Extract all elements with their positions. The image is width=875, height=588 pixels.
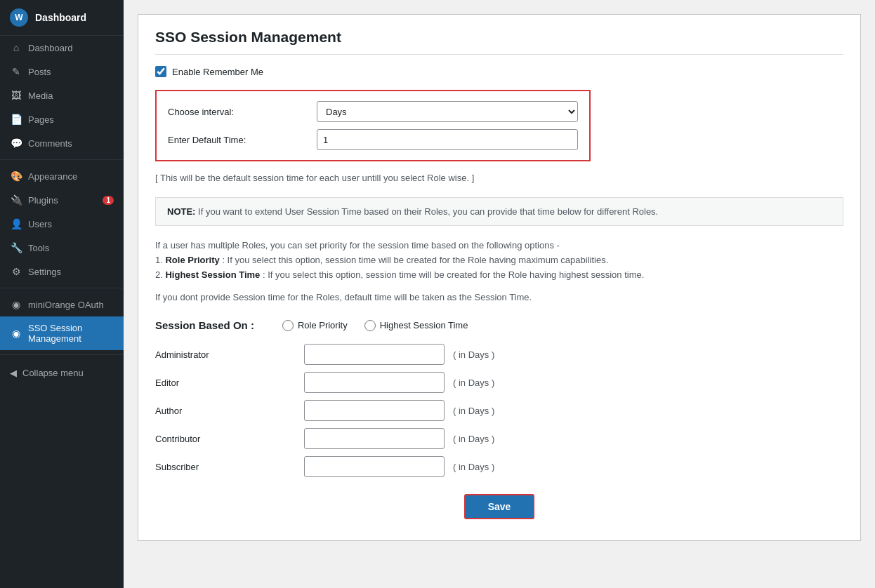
collapse-icon: ◀ — [10, 368, 17, 378]
default-time-label: Enter Default Time: — [168, 135, 308, 145]
content-card: SSO Session Management Enable Remember M… — [138, 14, 861, 541]
author-row: Author ( in Days ) — [155, 400, 843, 421]
sidebar-item-label: Posts — [28, 67, 114, 77]
role-priority-option[interactable]: Role Priority — [282, 320, 348, 331]
sidebar-item-label: Settings — [28, 267, 114, 277]
editor-input[interactable] — [304, 372, 445, 393]
desc-line1: If a user has multiple Roles, you can se… — [155, 239, 843, 253]
sidebar-item-settings[interactable]: ⚙ Settings — [0, 260, 124, 283]
highest-session-radio[interactable] — [364, 320, 376, 331]
sidebar-item-sso-session[interactable]: ◉ SSO Session Management — [0, 316, 124, 350]
subscriber-input[interactable] — [304, 456, 445, 477]
description-block: If a user has multiple Roles, you can se… — [155, 239, 843, 282]
sidebar-item-appearance[interactable]: 🎨 Appearance — [0, 164, 124, 188]
save-button[interactable]: Save — [464, 494, 535, 519]
author-unit: ( in Days ) — [453, 406, 494, 416]
collapse-menu-button[interactable]: ◀ Collapse menu — [0, 359, 124, 387]
sidebar-item-comments[interactable]: 💬 Comments — [0, 131, 124, 155]
sidebar-item-pages[interactable]: 📄 Pages — [0, 107, 124, 131]
desc-line2-prefix: 1. — [155, 255, 165, 265]
sso-icon: ◉ — [10, 328, 22, 339]
default-time-field-row: Enter Default Time: — [168, 129, 578, 150]
desc-line2-bold: Role Priority — [165, 255, 219, 265]
sidebar-item-miniorange[interactable]: ◉ miniOrange OAuth — [0, 293, 124, 316]
enable-remember-me-label: Enable Remember Me — [172, 67, 263, 77]
session-radio-group: Role Priority Highest Session Time — [282, 320, 468, 331]
highest-session-label: Highest Session Time — [380, 320, 468, 330]
sidebar: W Dashboard ⌂ Dashboard ✎ Posts 🖼 Media … — [0, 0, 124, 588]
posts-icon: ✎ — [10, 66, 22, 77]
info-text: [ This will be the default session time … — [155, 173, 843, 183]
appearance-icon: 🎨 — [10, 171, 22, 182]
contributor-label: Contributor — [155, 434, 296, 444]
editor-unit: ( in Days ) — [453, 377, 494, 388]
subscriber-label: Subscriber — [155, 462, 296, 472]
default-time-input[interactable] — [317, 129, 578, 150]
users-icon: 👤 — [10, 218, 22, 229]
sidebar-item-label: Comments — [28, 138, 114, 149]
sidebar-item-posts[interactable]: ✎ Posts — [0, 60, 124, 83]
desc-line2: 1. Role Priority : If you select this op… — [155, 253, 843, 268]
sidebar-item-tools[interactable]: 🔧 Tools — [0, 236, 124, 260]
role-priority-label: Role Priority — [298, 320, 348, 330]
miniorange-icon: ◉ — [10, 299, 22, 310]
media-icon: 🖼 — [10, 90, 22, 101]
page-title: SSO Session Management — [155, 29, 843, 55]
contributor-row: Contributor ( in Days ) — [155, 428, 843, 449]
interval-select[interactable]: Days Hours Minutes Seconds — [317, 101, 578, 122]
sidebar-item-label: Users — [28, 219, 114, 229]
editor-row: Editor ( in Days ) — [155, 372, 843, 393]
role-priority-radio[interactable] — [282, 320, 294, 331]
contributor-unit: ( in Days ) — [453, 434, 494, 444]
desc-line3-prefix: 2. — [155, 269, 165, 280]
administrator-label: Administrator — [155, 349, 296, 360]
dashboard-icon: ⌂ — [10, 42, 22, 53]
sidebar-divider-2 — [0, 288, 124, 288]
wordpress-icon: W — [10, 8, 28, 27]
note-prefix: NOTE: — [167, 206, 195, 217]
main-content: SSO Session Management Enable Remember M… — [124, 0, 875, 588]
contributor-input[interactable] — [304, 428, 445, 449]
sidebar-item-users[interactable]: 👤 Users — [0, 212, 124, 236]
plugins-badge: 1 — [103, 196, 114, 205]
session-header: Session Based On : Role Priority Highest… — [155, 319, 843, 331]
note-box: NOTE: If you want to extend User Session… — [155, 197, 843, 226]
subscriber-row: Subscriber ( in Days ) — [155, 456, 843, 477]
editor-label: Editor — [155, 377, 296, 388]
sidebar-divider — [0, 159, 124, 160]
author-input[interactable] — [304, 400, 445, 421]
tools-icon: 🔧 — [10, 242, 22, 253]
sidebar-item-label: miniOrange OAuth — [28, 300, 114, 310]
sidebar-item-label: Appearance — [28, 171, 114, 182]
enable-remember-me-checkbox[interactable] — [155, 66, 166, 77]
sidebar-item-media[interactable]: 🖼 Media — [0, 83, 124, 107]
comments-icon: 💬 — [10, 138, 22, 149]
administrator-row: Administrator ( in Days ) — [155, 344, 843, 365]
sidebar-logo[interactable]: W Dashboard — [0, 0, 124, 36]
administrator-input[interactable] — [304, 344, 445, 365]
desc-line4: If you dont provide Session time for the… — [155, 290, 843, 305]
desc-line3-bold: Highest Session Time — [165, 269, 260, 280]
session-based-on-section: Session Based On : Role Priority Highest… — [155, 319, 843, 477]
highest-session-option[interactable]: Highest Session Time — [364, 320, 468, 331]
sidebar-item-label: Dashboard — [28, 43, 114, 53]
subscriber-unit: ( in Days ) — [453, 462, 494, 472]
note-text: If you want to extend User Session Time … — [195, 206, 658, 217]
sidebar-item-dashboard[interactable]: ⌂ Dashboard — [0, 36, 124, 60]
sidebar-item-label: Media — [28, 91, 114, 101]
administrator-unit: ( in Days ) — [453, 349, 494, 360]
pages-icon: 📄 — [10, 114, 22, 125]
sidebar-divider-3 — [0, 354, 124, 355]
interval-label: Choose interval: — [168, 107, 308, 117]
sidebar-item-label: Pages — [28, 114, 114, 125]
desc-line2-suffix: : If you select this option, session tim… — [220, 255, 608, 265]
sidebar-item-plugins[interactable]: 🔌 Plugins 1 — [0, 188, 124, 212]
desc-line3-suffix: : If you select this option, session tim… — [260, 269, 644, 280]
interval-section: Choose interval: Days Hours Minutes Seco… — [155, 90, 591, 161]
collapse-label: Collapse menu — [22, 368, 84, 378]
sidebar-logo-label: Dashboard — [35, 12, 86, 23]
enable-remember-me-row: Enable Remember Me — [155, 66, 843, 77]
sidebar-item-label: SSO Session Management — [28, 323, 114, 344]
author-label: Author — [155, 406, 296, 416]
session-based-on-title: Session Based On : — [155, 319, 254, 331]
